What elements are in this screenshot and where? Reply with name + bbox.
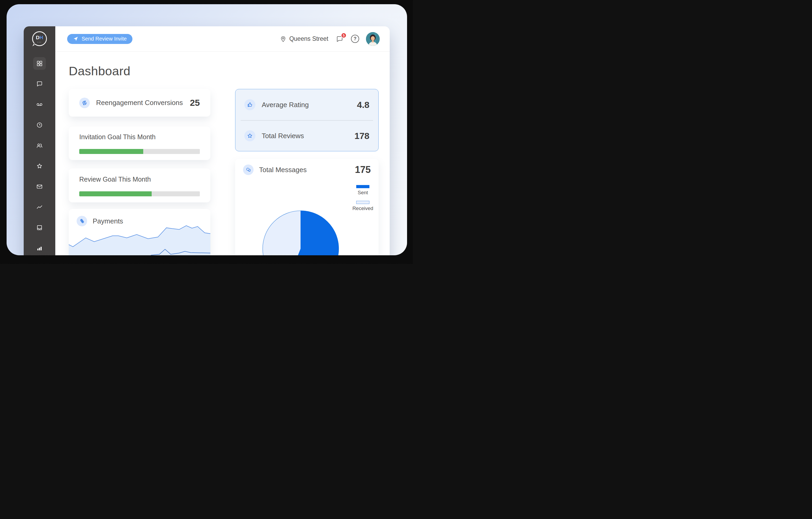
avatar-person-icon — [366, 32, 380, 46]
reengagement-icon-circle — [79, 98, 90, 108]
messages-pie-chart — [261, 209, 341, 255]
total-reviews-icon-circle — [244, 130, 255, 141]
legend-sent-label: Sent — [357, 190, 368, 195]
average-rating-row: Average Rating 4.8 — [235, 89, 378, 120]
star-outline-icon — [247, 133, 253, 139]
clock-icon — [36, 122, 43, 128]
invitation-goal-progress-track — [79, 149, 200, 154]
invitation-goal-card: Invitation Goal This Month — [69, 127, 210, 160]
send-icon — [73, 36, 79, 41]
top-bar: Send Review Invite Queens Street 5 ? — [55, 26, 390, 52]
main-area: Send Review Invite Queens Street 5 ? — [55, 26, 390, 255]
legend-received-label: Received — [352, 206, 373, 211]
chat-bubble-icon — [36, 81, 43, 87]
review-goal-card: Review Goal This Month — [69, 169, 210, 203]
bar-chart-icon — [36, 245, 43, 252]
sidebar-item-reviews[interactable] — [33, 160, 46, 173]
sidebar-item-voicemail[interactable] — [33, 98, 46, 111]
total-messages-value: 175 — [355, 164, 371, 175]
double-chat-icon — [245, 167, 252, 173]
inbox-icon — [36, 224, 43, 231]
grid-icon — [36, 60, 43, 67]
average-rating-value: 4.8 — [357, 100, 369, 110]
help-question-mark: ? — [354, 36, 356, 41]
rating-reviews-card: Average Rating 4.8 Total Reviews 178 — [235, 89, 379, 151]
page-title: Dashboard — [69, 64, 379, 78]
invitation-goal-label: Invitation Goal This Month — [79, 133, 200, 141]
location-selector[interactable]: Queens Street — [280, 35, 328, 42]
review-goal-progress-fill — [79, 191, 152, 196]
coins-icon — [79, 218, 85, 224]
reengagement-label: Reengagement Conversions — [96, 99, 183, 107]
average-rating-label: Average Rating — [262, 101, 309, 109]
sidebar-item-customers[interactable] — [33, 139, 46, 152]
sidebar-item-dashboard[interactable] — [33, 57, 46, 70]
sidebar-nav — [33, 57, 46, 254]
review-goal-label: Review Goal This Month — [79, 176, 200, 183]
voicemail-icon — [36, 101, 43, 108]
reengagement-conversions-card: Reengagement Conversions 25 — [69, 89, 210, 117]
total-reviews-row: Total Reviews 178 — [235, 121, 378, 151]
legend-sent-swatch — [356, 185, 369, 188]
sidebar-item-trends[interactable] — [33, 201, 46, 213]
notifications-button[interactable]: 5 — [335, 34, 344, 43]
invitation-goal-progress-fill — [79, 149, 143, 154]
payments-card: Payments — [69, 209, 210, 255]
right-column: Average Rating 4.8 Total Reviews 178 — [235, 89, 379, 255]
send-review-invite-button[interactable]: Send Review Invite — [67, 34, 133, 44]
sidebar-item-inbox[interactable] — [33, 221, 46, 234]
left-column: Reengagement Conversions 25 Invitation G… — [69, 89, 210, 255]
star-icon — [36, 163, 43, 170]
users-icon — [36, 142, 43, 149]
total-messages-card: Total Messages 175 Sent Received — [235, 159, 379, 255]
total-messages-label: Total Messages — [259, 166, 307, 174]
app-window: DH ... — [24, 26, 390, 255]
thumbs-up-icon — [247, 101, 253, 108]
send-review-invite-label: Send Review Invite — [82, 36, 127, 42]
reengagement-value: 25 — [190, 98, 200, 108]
sidebar: DH ... — [24, 26, 55, 255]
screenshot-stage: DH ... — [0, 0, 413, 264]
reengagement-user-icon — [81, 100, 88, 106]
trending-line-icon — [36, 204, 43, 211]
sidebar-item-mail[interactable] — [33, 180, 46, 193]
dashboard-content: Dashboard Reengagement Conversions 25 — [55, 52, 390, 255]
location-label: Queens Street — [289, 35, 328, 42]
logo-dots: ... — [32, 40, 47, 42]
notification-badge: 5 — [341, 33, 347, 38]
sidebar-item-history[interactable] — [33, 119, 46, 131]
sidebar-item-messages[interactable] — [33, 78, 46, 90]
payments-area-chart — [69, 224, 210, 255]
average-rating-icon-circle — [244, 99, 255, 110]
header-right-cluster: Queens Street 5 ? — [280, 32, 380, 46]
legend-received-swatch — [356, 201, 369, 204]
user-avatar[interactable] — [366, 32, 380, 46]
envelope-icon — [36, 183, 43, 190]
total-messages-icon-circle — [243, 164, 254, 175]
app-logo[interactable]: DH ... — [32, 31, 47, 46]
help-button[interactable]: ? — [351, 35, 359, 43]
pie-legend: Sent Received — [354, 185, 371, 211]
total-reviews-label: Total Reviews — [262, 132, 304, 140]
location-pin-icon — [280, 35, 287, 42]
sidebar-item-analytics[interactable] — [33, 242, 46, 254]
review-goal-progress-track — [79, 191, 200, 196]
total-reviews-value: 178 — [354, 131, 369, 141]
background-panel: DH ... — [7, 4, 407, 255]
